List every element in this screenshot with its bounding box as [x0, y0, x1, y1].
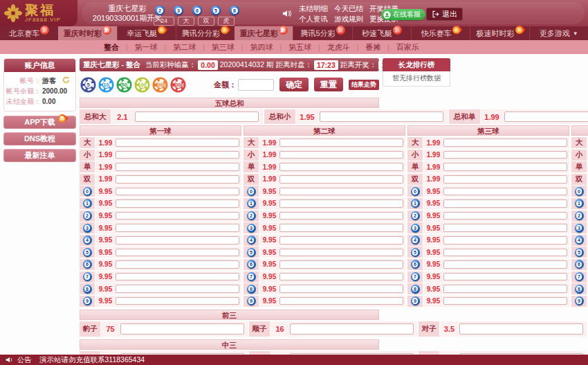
chip-100[interactable]: 100 — [136, 79, 148, 91]
header-link[interactable]: 游戏规则 — [334, 15, 363, 24]
subnav-item[interactable]: 第二球 — [173, 42, 196, 53]
subnav-item[interactable]: 第一球 — [135, 42, 158, 53]
game-tab[interactable]: 快乐赛车热 — [411, 26, 470, 40]
bet-odds[interactable]: 16 — [270, 325, 289, 333]
bet-odds[interactable]: 2.1 — [111, 113, 134, 121]
subnav-item[interactable]: 百家乐 — [396, 42, 419, 53]
bet-odds[interactable]: 1.99 — [423, 175, 443, 183]
bet-odds[interactable]: 9.95 — [259, 212, 279, 220]
game-tab[interactable]: 腾讯5分彩新 — [293, 26, 351, 40]
bet-amount-input[interactable] — [279, 175, 403, 184]
bet-odds[interactable]: 9.95 — [259, 260, 279, 268]
bet-amount-input[interactable] — [443, 188, 567, 196]
bet-amount-input[interactable] — [116, 175, 239, 184]
bet-odds[interactable]: 9.95 — [95, 236, 116, 244]
sidebar-button[interactable]: 最新注单 — [3, 149, 76, 162]
bet-odds[interactable]: 9.95 — [259, 297, 279, 305]
bet-amount-input[interactable] — [443, 285, 567, 293]
bet-odds[interactable]: 1.99 — [95, 163, 116, 171]
bet-amount-input[interactable] — [279, 249, 403, 257]
bet-amount-input[interactable] — [459, 323, 583, 335]
bet-amount-input[interactable] — [116, 236, 239, 244]
chip-50[interactable]: 50 — [118, 79, 130, 91]
bet-amount-input[interactable] — [120, 323, 244, 335]
bet-amount-input[interactable] — [443, 163, 567, 171]
header-link[interactable]: 今天已结 — [334, 4, 363, 14]
bet-odds[interactable]: 9.95 — [423, 224, 443, 232]
bet-odds[interactable]: 9.95 — [423, 273, 443, 281]
bet-amount-input[interactable] — [116, 260, 239, 269]
bet-odds[interactable]: 9.95 — [95, 273, 116, 281]
logo[interactable]: 聚福 JF8888.VIP — [0, 0, 77, 26]
bet-odds[interactable]: 1.99 — [95, 139, 116, 147]
bet-odds[interactable]: 1.99 — [423, 163, 443, 171]
bet-odds[interactable]: 9.95 — [423, 188, 443, 195]
bet-amount-input[interactable] — [279, 273, 403, 281]
bet-amount-input[interactable] — [116, 249, 239, 257]
game-tab[interactable]: 北京赛车新 — [0, 26, 58, 40]
bet-odds[interactable]: 9.95 — [423, 236, 443, 244]
bet-amount-input[interactable] — [320, 112, 443, 122]
bet-amount-input[interactable] — [116, 273, 239, 281]
bet-odds[interactable]: 9.95 — [95, 212, 116, 220]
bet-amount-input[interactable] — [279, 224, 403, 232]
bet-odds[interactable]: 1.99 — [259, 163, 279, 171]
bet-amount-input[interactable] — [504, 112, 588, 122]
bet-odds[interactable]: 9.95 — [259, 236, 279, 244]
bet-odds[interactable]: 9.95 — [423, 260, 443, 268]
chip-5000[interactable]: 5000 — [172, 79, 184, 91]
bet-amount-input[interactable] — [116, 139, 239, 147]
logout-button[interactable]: 退出 — [426, 8, 463, 21]
bet-odds[interactable]: 9.95 — [95, 285, 116, 293]
bet-amount-input[interactable] — [279, 297, 403, 305]
bet-odds[interactable]: 9.95 — [423, 285, 443, 293]
bet-amount-input[interactable] — [443, 139, 567, 147]
bet-odds[interactable]: 9.95 — [259, 224, 279, 232]
bet-odds[interactable]: 9.95 — [259, 273, 279, 281]
bet-odds[interactable]: 1.99 — [259, 175, 279, 183]
bet-amount-input[interactable] — [443, 151, 567, 159]
bet-odds[interactable]: 75 — [101, 325, 120, 333]
bet-amount-input[interactable] — [116, 297, 239, 305]
bet-odds[interactable]: 1.99 — [259, 139, 279, 147]
bet-odds[interactable]: 9.95 — [95, 249, 116, 256]
bet-amount-input[interactable] — [279, 139, 403, 147]
bet-odds[interactable]: 9.95 — [259, 249, 279, 256]
subnav-item[interactable]: 龙虎斗 — [327, 42, 350, 53]
chip-1000[interactable]: 1000 — [154, 79, 166, 91]
bet-odds[interactable]: 1.99 — [423, 139, 443, 147]
bet-odds[interactable]: 9.95 — [95, 260, 116, 268]
refresh-icon[interactable] — [56, 76, 70, 85]
subnav-item[interactable]: 第四球 — [250, 42, 273, 53]
bet-amount-input[interactable] — [279, 236, 403, 244]
bet-odds[interactable]: 1.99 — [95, 175, 116, 183]
amount-input[interactable] — [238, 79, 274, 91]
bet-amount-input[interactable] — [443, 199, 567, 208]
game-tab[interactable]: 幸运飞艇热 — [117, 26, 176, 40]
bet-amount-input[interactable] — [116, 188, 239, 196]
bet-odds[interactable]: 9.95 — [423, 212, 443, 220]
bet-odds[interactable]: 9.95 — [95, 188, 116, 195]
chip-10[interactable]: 10 — [100, 79, 112, 91]
bet-amount-input[interactable] — [443, 224, 567, 232]
header-link[interactable]: 个人资讯 — [299, 15, 328, 24]
confirm-button[interactable]: 确定 — [279, 78, 309, 91]
bet-amount-input[interactable] — [443, 236, 567, 244]
bet-amount-input[interactable] — [279, 260, 403, 269]
bet-amount-input[interactable] — [443, 249, 567, 257]
game-tab[interactable]: 重庆时时彩新 — [58, 26, 116, 40]
bet-amount-input[interactable] — [443, 260, 567, 269]
bet-odds[interactable]: 1.99 — [481, 113, 503, 121]
bet-amount-input[interactable] — [116, 224, 239, 232]
bet-odds[interactable]: 9.95 — [259, 285, 279, 293]
bet-amount-input[interactable] — [443, 297, 567, 305]
bet-amount-input[interactable] — [443, 273, 567, 281]
bet-odds[interactable]: 9.95 — [423, 199, 443, 207]
bet-amount-input[interactable] — [443, 175, 567, 184]
bet-amount-input[interactable] — [279, 285, 403, 293]
bet-odds[interactable]: 1.95 — [296, 113, 318, 121]
bet-odds[interactable]: 9.95 — [95, 199, 116, 207]
online-service-button[interactable]: 在线客服 — [381, 9, 425, 20]
bet-amount-input[interactable] — [279, 163, 403, 171]
bet-amount-input[interactable] — [279, 212, 403, 220]
